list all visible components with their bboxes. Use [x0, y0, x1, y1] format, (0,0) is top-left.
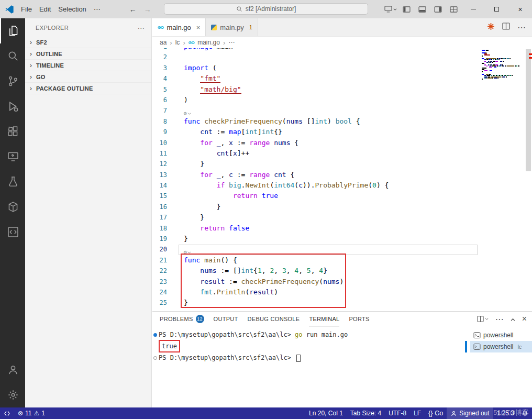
testing-icon[interactable]: [0, 169, 25, 194]
code-line-3[interactable]: 3import (: [152, 63, 532, 73]
maximize-panel-icon[interactable]: [511, 314, 515, 324]
code-line-2[interactable]: 2: [152, 52, 532, 62]
terminal-line[interactable]: true: [153, 340, 464, 352]
sidebar-section-sf2[interactable]: ›SF2: [25, 37, 151, 48]
terminal-tab-powershell[interactable]: powershell: [470, 329, 532, 341]
problems-status[interactable]: ⊗ 11 ⚠ 1: [14, 407, 49, 419]
code-line-1[interactable]: 1package main: [152, 48, 532, 52]
toggle-secondary-sidebar-icon[interactable]: [430, 2, 446, 17]
sparkle-icon[interactable]: [487, 23, 495, 32]
cursor-position[interactable]: Ln 20, Col 1: [305, 407, 347, 419]
command-decoration-icon[interactable]: [153, 356, 157, 360]
code-line-11[interactable]: 11 cnt[x]++: [152, 148, 532, 159]
source-control-icon[interactable]: [0, 69, 25, 94]
minimap[interactable]: [482, 50, 524, 80]
command-decoration-icon[interactable]: [153, 333, 157, 337]
toggle-panel-icon[interactable]: [414, 2, 430, 17]
remote-indicator[interactable]: [0, 407, 14, 419]
terminal-sash[interactable]: [464, 326, 470, 407]
tab-ports[interactable]: PORTS: [349, 312, 369, 326]
terminal-line[interactable]: PS D:\mysetup\gopath\src\sf2\aa\lc>: [153, 352, 464, 363]
code-line-7[interactable]: 7: [152, 105, 532, 116]
forward-icon[interactable]: →: [144, 5, 151, 14]
split-editor-icon[interactable]: [502, 23, 510, 32]
code-line-6[interactable]: 6): [152, 95, 532, 105]
code-lens-gear-icon[interactable]: ⚙: [184, 111, 191, 116]
editor-more-actions-icon[interactable]: ⋯: [517, 23, 526, 32]
breadcrumb-item-file[interactable]: main.go: [197, 39, 220, 46]
sidebar-section-go[interactable]: ›GO: [25, 71, 151, 83]
code-editor[interactable]: 1package main23import (4 "fmt"5 "math/bi…: [152, 48, 532, 311]
code-line-13[interactable]: 13 for _, c := range cnt {: [152, 170, 532, 180]
explorer-icon[interactable]: [0, 18, 25, 43]
code-line-20[interactable]: 20: [152, 244, 532, 255]
close-panel-icon[interactable]: ×: [522, 314, 527, 324]
code-line-15[interactable]: 15 return true: [152, 191, 532, 201]
encoding[interactable]: UTF-8: [385, 407, 410, 419]
terminal-line[interactable]: PS D:\mysetup\gopath\src\sf2\aa\lc> go r…: [153, 329, 464, 340]
code-line-24[interactable]: 24 fmt.Println(result): [152, 287, 532, 297]
breadcrumb-item-symbol[interactable]: ⋯: [228, 39, 235, 46]
tab-size[interactable]: Tab Size: 4: [347, 407, 385, 419]
back-icon[interactable]: ←: [129, 5, 137, 14]
customize-layout-icon[interactable]: [383, 2, 398, 17]
language-mode[interactable]: {} Go: [425, 407, 447, 419]
code-line-17[interactable]: 17 }: [152, 212, 532, 223]
sidebar-section-package-outline[interactable]: ›PACKAGE OUTLINE: [25, 83, 151, 94]
panel-more-actions-icon[interactable]: ⋯: [495, 314, 504, 324]
code-settings-icon[interactable]: [0, 219, 25, 245]
terminal-tab-powershell-lc[interactable]: powershelllc: [470, 341, 532, 352]
account-icon[interactable]: [0, 357, 25, 382]
run-and-debug-icon[interactable]: [0, 94, 25, 119]
split-terminal-icon[interactable]: [477, 316, 489, 322]
command-center-search[interactable]: sf2 [Administrator]: [164, 3, 368, 15]
code-line-19[interactable]: 19}: [152, 234, 532, 244]
breadcrumb-item-lc[interactable]: lc: [175, 39, 180, 46]
code-line-10[interactable]: 10 for _, x := range nums {: [152, 138, 532, 148]
maximize-button[interactable]: [485, 0, 508, 18]
toggle-primary-sidebar-icon[interactable]: [398, 2, 414, 17]
code-line-18[interactable]: 18 return false: [152, 223, 532, 234]
code-line-21[interactable]: 21func main() {: [152, 255, 532, 266]
code-line-9[interactable]: 9 cnt := map[int]int{}: [152, 127, 532, 137]
package-icon[interactable]: [0, 194, 25, 219]
close-button[interactable]: ×: [508, 0, 532, 18]
code-line-8[interactable]: 8func checkPrimeFrequency(nums []int) bo…: [152, 116, 532, 127]
code-line-16[interactable]: 16 }: [152, 202, 532, 212]
tab-close-icon[interactable]: ×: [196, 24, 201, 31]
code-line-23[interactable]: 23 result := checkPrimeFrequency(nums): [152, 277, 532, 287]
code-line-12[interactable]: 12 }: [152, 159, 532, 169]
tab-debug-console[interactable]: DEBUG CONSOLE: [248, 312, 300, 326]
breadcrumb-item-aa[interactable]: aa: [160, 39, 167, 46]
menu-selection[interactable]: Selection: [54, 4, 90, 15]
eol-indicator[interactable]: LF: [410, 407, 425, 419]
code-lens-gear-icon[interactable]: ⚙: [184, 249, 191, 255]
layout-grid-icon[interactable]: [446, 2, 461, 17]
code-line-22[interactable]: 22 nums := []int{1, 2, 3, 4, 5, 4}: [152, 266, 532, 276]
account-status[interactable]: Signed out: [447, 407, 493, 419]
extensions-icon[interactable]: [0, 119, 25, 144]
search-icon[interactable]: [0, 43, 25, 69]
sidebar-more-icon[interactable]: ⋯: [138, 24, 145, 32]
code-line-4[interactable]: 4 "fmt": [152, 73, 532, 84]
tab-main-go[interactable]: GO main.go ×: [152, 18, 206, 36]
terminal-output[interactable]: PS D:\mysetup\gopath\src\sf2\aa\lc> go r…: [152, 326, 464, 407]
settings-gear-icon[interactable]: [0, 382, 25, 407]
menu-edit[interactable]: Edit: [36, 4, 54, 15]
sidebar-section-timeline[interactable]: ›TIMELINE: [25, 60, 151, 71]
tab-output[interactable]: OUTPUT: [214, 312, 238, 326]
editor-scrollbar[interactable]: [526, 49, 531, 171]
menu-file[interactable]: File: [17, 4, 36, 15]
sidebar-section-outline[interactable]: ›OUTLINE: [25, 48, 151, 60]
remote-explorer-icon[interactable]: [0, 144, 25, 169]
code-line-25[interactable]: 25}: [152, 297, 532, 308]
tab-main-py[interactable]: main.py 1: [206, 18, 258, 36]
tab-problems[interactable]: PROBLEMS 12: [160, 312, 204, 326]
tab-terminal[interactable]: TERMINAL: [309, 312, 339, 326]
code-line-14[interactable]: 14 if big.NewInt(int64(c)).ProbablyPrime…: [152, 180, 532, 191]
minimize-button[interactable]: [461, 0, 485, 18]
code-line-5[interactable]: 5 "math/big": [152, 84, 532, 95]
menu-more[interactable]: ⋯: [90, 4, 104, 15]
go-version[interactable]: 1.25.3: [493, 407, 518, 419]
notifications-bell-icon[interactable]: [518, 407, 532, 419]
